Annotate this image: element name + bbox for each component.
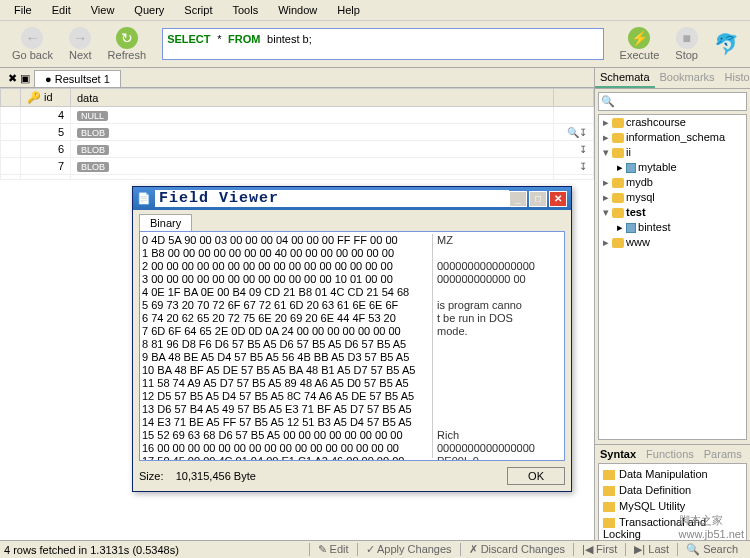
hex-viewer[interactable]: 0 4D 5A 90 00 03 00 00 00 04 00 00 00 FF…	[139, 231, 565, 461]
next-button[interactable]: →Next	[61, 25, 100, 63]
tab-history[interactable]: History	[720, 68, 750, 88]
menu-script[interactable]: Script	[174, 2, 222, 18]
tab-schemata[interactable]: Schemata	[595, 68, 655, 88]
back-button[interactable]: ←Go back	[4, 25, 61, 63]
action-util[interactable]: MySQL Utility	[601, 498, 744, 514]
bottom-tabs: Syntax Functions Params Trx	[595, 444, 750, 463]
arrow-right-icon: →	[69, 27, 91, 49]
db-mydb[interactable]: mydb	[599, 175, 746, 190]
menu-view[interactable]: View	[81, 2, 125, 18]
schema-tree[interactable]: crashcourse information_schema ii ▸ myta…	[598, 114, 747, 440]
db-test[interactable]: test	[599, 205, 746, 220]
toolbar: ←Go back →Next ↻Refresh SELECT * FROM bi…	[0, 21, 750, 68]
app-icon: 📄	[137, 192, 151, 206]
watermark: 脚本之家www.jb51.net	[679, 513, 744, 540]
minimize-button[interactable]: _	[509, 191, 527, 207]
ok-button[interactable]: OK	[507, 467, 565, 485]
table-row: 7BLOB↧	[1, 158, 594, 175]
size-label: Size: 10,315,456 Byte	[139, 470, 507, 482]
play-icon: ⚡	[628, 27, 650, 49]
side-tabs: Schemata Bookmarks History	[595, 68, 750, 89]
row-edit-icons[interactable]: 🔍↧	[554, 124, 594, 141]
table-mytable[interactable]: ▸ mytable	[599, 160, 746, 175]
refresh-button[interactable]: ↻Refresh	[100, 25, 155, 63]
menu-window[interactable]: Window	[268, 2, 327, 18]
refresh-icon: ↻	[116, 27, 138, 49]
col-id: 🔑 id	[21, 89, 71, 107]
result-tabs: ✖ ▣ ● Resultset 1	[0, 68, 594, 88]
tab-functions[interactable]: Functions	[641, 445, 699, 463]
schema-search[interactable]: 🔍	[598, 92, 747, 111]
arrow-left-icon: ←	[21, 27, 43, 49]
tab-bookmarks[interactable]: Bookmarks	[655, 68, 720, 88]
menu-help[interactable]: Help	[327, 2, 370, 18]
tab-binary[interactable]: Binary	[139, 214, 192, 231]
status-search[interactable]: 🔍 Search	[677, 543, 746, 556]
execute-button[interactable]: ⚡Execute	[612, 25, 668, 63]
table-row: 4NULL	[1, 107, 594, 124]
action-ddl[interactable]: Data Definition	[601, 482, 744, 498]
db-ii[interactable]: ii	[599, 145, 746, 160]
menu-edit[interactable]: Edit	[42, 2, 81, 18]
close-button[interactable]: ✕	[549, 191, 567, 207]
statusbar: 4 rows fetched in 1.3131s (0.5348s) ✎ Ed…	[0, 540, 750, 558]
table-row: 5BLOB🔍↧	[1, 124, 594, 141]
stop-button[interactable]: ■Stop	[667, 25, 706, 63]
resultset-tab[interactable]: ● Resultset 1	[34, 70, 121, 87]
col-data: data	[71, 89, 554, 107]
dialog-titlebar[interactable]: 📄 Field Viewer _ □ ✕	[133, 187, 571, 210]
mysql-logo-icon: 🐬	[706, 28, 746, 60]
action-dml[interactable]: Data Manipulation	[601, 466, 744, 482]
maximize-button[interactable]: □	[529, 191, 547, 207]
field-viewer-dialog: 📄 Field Viewer _ □ ✕ Binary 0 4D 5A 90 0…	[132, 186, 572, 492]
table-bintest[interactable]: ▸ bintest	[599, 220, 746, 235]
db-www[interactable]: www	[599, 235, 746, 250]
dialog-title: Field Viewer	[155, 190, 509, 207]
tab-syntax[interactable]: Syntax	[595, 445, 641, 463]
tab-params[interactable]: Params	[699, 445, 747, 463]
status-discard[interactable]: ✗ Discard Changes	[460, 543, 573, 556]
status-rows: 4 rows fetched in 1.3131s (0.5348s)	[4, 544, 179, 556]
status-apply[interactable]: ✓ Apply Changes	[357, 543, 460, 556]
stop-icon: ■	[676, 27, 698, 49]
db-crashcourse[interactable]: crashcourse	[599, 115, 746, 130]
menu-query[interactable]: Query	[124, 2, 174, 18]
status-edit[interactable]: ✎ Edit	[309, 543, 357, 556]
table-row: 6BLOB↧	[1, 141, 594, 158]
status-first[interactable]: |◀ First	[573, 543, 625, 556]
db-information-schema[interactable]: information_schema	[599, 130, 746, 145]
db-mysql[interactable]: mysql	[599, 190, 746, 205]
menu-file[interactable]: File	[4, 2, 42, 18]
menu-tools[interactable]: Tools	[222, 2, 268, 18]
menubar: File Edit View Query Script Tools Window…	[0, 0, 750, 21]
status-last[interactable]: ▶| Last	[625, 543, 677, 556]
sql-editor[interactable]: SELECT * FROM bintest b;	[162, 28, 603, 60]
